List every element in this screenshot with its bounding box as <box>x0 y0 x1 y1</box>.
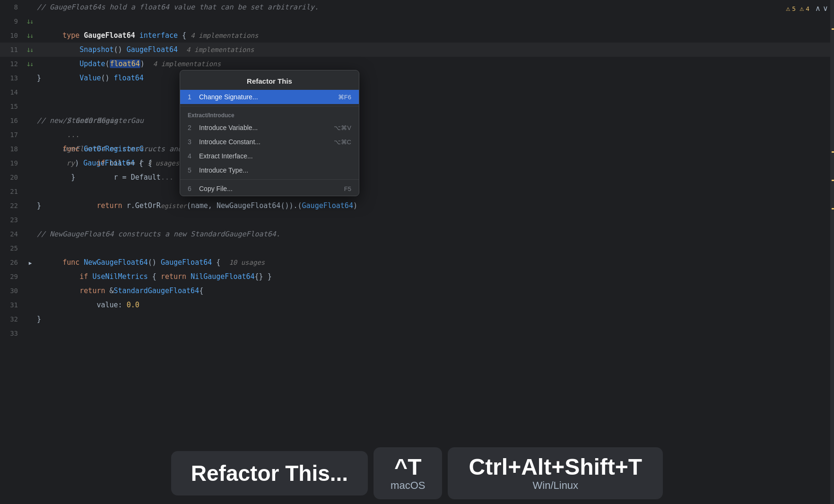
gutter-10[interactable]: ↆ↓ <box>24 29 37 43</box>
line-num-12: 12 <box>0 57 24 71</box>
impl-icon-10[interactable]: ↆ↓ <box>27 29 34 43</box>
popup-item-label-1: Change Signature... <box>199 93 258 101</box>
popup-item-introduce-type[interactable]: 5 Introduce Type... <box>180 163 359 177</box>
popup-divider-1 <box>180 106 359 106</box>
line-num-16: 16 <box>0 113 24 128</box>
line-num-18: 18 <box>0 142 24 156</box>
nav-arrows: ∧ ∨ <box>815 5 828 12</box>
warning-count: ⚠️ 5 <box>786 4 796 13</box>
popup-item-num-1: 1 <box>188 93 195 101</box>
line-content-8: // GaugeFloat64s hold a float64 value th… <box>37 0 834 14</box>
macos-os-label: macOS <box>391 479 425 492</box>
winlinux-shortcut-tooltip: Ctrl+Alt+Shift+T Win/Linux <box>448 447 663 500</box>
scroll-marker-4 <box>832 208 834 209</box>
popup-title: Refactor This <box>180 70 359 90</box>
line-num-25: 25 <box>0 241 24 255</box>
code-line-10: 10 ↆ↓ Snapshot() GaugeFloat64 4 implemen… <box>0 28 834 43</box>
scroll-marker-2 <box>832 151 834 153</box>
gutter-9[interactable]: ↆ↓ <box>24 15 37 29</box>
code-line-32: 32 } <box>0 312 834 326</box>
popup-item-num-6: 6 <box>188 185 195 192</box>
line-num-19: 19 <box>0 156 24 170</box>
gutter-12[interactable]: ↆ↓ <box>24 57 37 71</box>
gutter-11[interactable]: ↆ↓ <box>24 43 37 57</box>
line-content-16: // new StandardGaug... <box>37 113 834 128</box>
code-line-18: 18 if nil == r { <box>0 142 834 156</box>
code-line-29: 29 return &StandardGaugeFloat64{ <box>0 269 834 284</box>
popup-item-copy-file[interactable]: 6 Copy File... F5 <box>180 182 359 196</box>
line-num-9: 9 <box>0 14 24 28</box>
popup-item-extract-interface[interactable]: 4 Extract Interface... <box>180 149 359 163</box>
line-num-33: 33 <box>0 326 24 340</box>
impl-icon-9[interactable]: ↆ↓ <box>27 15 34 29</box>
popup-item-num-3: 3 <box>188 138 195 146</box>
popup-item-label-6: Copy File... <box>199 185 233 192</box>
code-line-8: 8 // GaugeFloat64s hold a float64 value … <box>0 0 834 14</box>
refactor-this-label: Refactor This... <box>191 461 348 486</box>
popup-item-label-4: Extract Interface... <box>199 152 253 160</box>
line-num-30: 30 <box>0 284 24 298</box>
error-count: ⚠️ 4 <box>799 4 809 13</box>
line-content-32: } <box>37 312 834 326</box>
warning-triangle-icon: ⚠️ <box>786 4 790 13</box>
line-num-8: 8 <box>0 0 24 14</box>
code-line-33: 33 <box>0 326 834 340</box>
code-line-30: 30 value: 0.0 <box>0 284 834 298</box>
popup-item-shortcut-1: ⌘F6 <box>338 94 351 101</box>
scroll-marker-1 <box>832 28 834 30</box>
popup-item-num-2: 2 <box>188 124 195 131</box>
code-line-22: 22 } <box>0 199 834 213</box>
refactor-popup: Refactor This 1 Change Signature... ⌘F6 … <box>180 70 359 196</box>
line-num-32: 32 <box>0 312 24 326</box>
popup-item-shortcut-6: F5 <box>344 185 351 192</box>
line-num-13: 13 <box>0 71 24 85</box>
popup-item-introduce-constant[interactable]: 3 Introduce Constant... ⌥⌘C <box>180 135 359 149</box>
code-line-25: 25 func NewGaugeFloat64() GaugeFloat64 {… <box>0 241 834 255</box>
impl-icon-12[interactable]: ↆ↓ <box>27 57 34 71</box>
fold-icon-26[interactable]: ▶ <box>29 256 32 270</box>
popup-item-label-5: Introduce Type... <box>199 166 248 174</box>
line-content-13: } <box>37 71 834 85</box>
line-num-22: 22 <box>0 199 24 213</box>
bottom-overlay: Refactor This... ^T macOS Ctrl+Alt+Shift… <box>0 443 834 504</box>
popup-item-change-signature[interactable]: 1 Change Signature... ⌘F6 <box>180 90 359 104</box>
scroll-marker-3 <box>832 180 834 181</box>
code-line-15: 15 // GetOrRegisterGau ... ugeFloat64 or… <box>0 99 834 113</box>
popup-item-label-2: Introduce Variable... <box>199 124 258 131</box>
popup-item-introduce-variable[interactable]: 2 Introduce Variable... ⌥⌘V <box>180 121 359 135</box>
line-num-26: 26 <box>0 255 24 269</box>
line-content-24: // NewGaugeFloat64 constructs a new Stan… <box>37 227 834 241</box>
line-num-10: 10 <box>0 28 24 43</box>
macos-key-label: ^T <box>394 455 421 480</box>
code-line-17: 17 func GetOrRegisterG... ry) GaugeFloat… <box>0 128 834 142</box>
code-line-20: 20 } <box>0 170 834 184</box>
macos-shortcut-tooltip: ^T macOS <box>374 447 442 500</box>
code-line-11: 11 ↆ↓ Update(float64) 4 implementations <box>0 43 834 57</box>
line-num-23: 23 <box>0 213 24 227</box>
code-line-12: 12 ↆ↓ Value() float64 <box>0 57 834 71</box>
line-num-24: 24 <box>0 227 24 241</box>
line-num-17: 17 <box>0 128 24 142</box>
line-num-31: 31 <box>0 298 24 312</box>
nav-up-button[interactable]: ∧ <box>815 5 821 12</box>
line-num-15: 15 <box>0 99 24 113</box>
line-content-20: } <box>37 170 834 184</box>
line-num-29: 29 <box>0 269 24 284</box>
right-scrollbar[interactable] <box>830 0 834 504</box>
code-line-13: 13 } <box>0 71 834 85</box>
line-num-21: 21 <box>0 184 24 199</box>
line-num-11: 11 <box>0 43 24 57</box>
error-triangle-icon: ⚠️ <box>799 4 804 13</box>
refactor-this-tooltip: Refactor This... <box>171 451 368 495</box>
winlinux-key-label: Ctrl+Alt+Shift+T <box>469 455 642 480</box>
nav-down-button[interactable]: ∨ <box>823 5 828 12</box>
gutter-26[interactable]: ▶ <box>24 256 37 270</box>
code-line-24: 24 // NewGaugeFloat64 constructs a new S… <box>0 227 834 241</box>
line-content-22: } <box>37 199 834 213</box>
popup-item-shortcut-2: ⌥⌘V <box>334 124 351 131</box>
popup-item-label-3: Introduce Constant... <box>199 138 261 146</box>
popup-item-num-4: 4 <box>188 152 195 160</box>
popup-divider-2 <box>180 179 359 180</box>
winlinux-os-label: Win/Linux <box>533 479 579 492</box>
impl-icon-11[interactable]: ↆ↓ <box>27 43 34 57</box>
